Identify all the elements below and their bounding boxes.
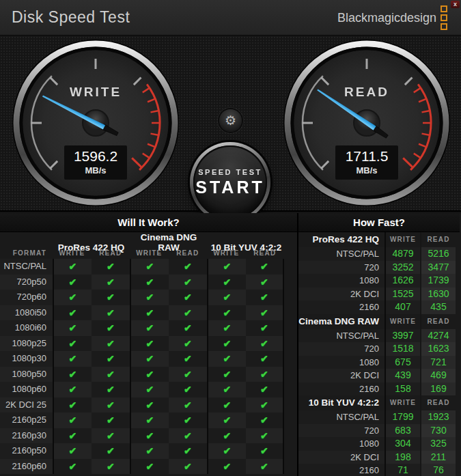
check-cell: ✔ bbox=[169, 336, 208, 352]
write-read-header: WRITE bbox=[130, 249, 169, 257]
check-icon: ✔ bbox=[184, 261, 192, 272]
check-icon: ✔ bbox=[145, 445, 154, 456]
format-label: 1080p60 bbox=[0, 382, 53, 397]
table-row: 21607176 bbox=[298, 464, 456, 476]
check-icon: ✔ bbox=[68, 322, 76, 333]
write-speed-value: 1525 bbox=[385, 288, 420, 301]
check-cell: ✔ bbox=[53, 412, 92, 428]
write-speed-value: 3997 bbox=[385, 329, 420, 343]
section-header-row: Cinema DNG RAWWRITEREAD bbox=[298, 314, 456, 329]
format-label: 720 bbox=[298, 424, 385, 438]
table-row: 2K DCI15251630 bbox=[298, 288, 456, 301]
check-cell: ✔ bbox=[246, 275, 285, 290]
format-label: NTSC/PAL bbox=[298, 410, 385, 424]
check-icon: ✔ bbox=[260, 261, 268, 272]
write-speed-value: 3252 bbox=[385, 261, 420, 275]
check-cell: ✔ bbox=[246, 412, 285, 428]
write-speed-value: 439 bbox=[385, 369, 420, 382]
format-label: 2160 bbox=[298, 464, 385, 476]
check-cell: ✔ bbox=[53, 382, 92, 397]
write-speed-value: 4879 bbox=[385, 247, 420, 261]
write-column-header: WRITE bbox=[385, 314, 420, 329]
check-icon: ✔ bbox=[68, 461, 76, 472]
how-fast-panel: How Fast? ProRes 422 HQWRITEREADNTSC/PAL… bbox=[298, 213, 460, 476]
check-cell: ✔ bbox=[92, 367, 130, 382]
check-cell: ✔ bbox=[53, 290, 92, 305]
check-cell: ✔ bbox=[92, 443, 130, 459]
check-icon: ✔ bbox=[107, 277, 115, 288]
check-cell: ✔ bbox=[207, 412, 246, 428]
check-icon: ✔ bbox=[184, 292, 192, 303]
check-cell: ✔ bbox=[53, 443, 92, 459]
gauge-area: WRITE 1596.2 MB/s ⚙ SPEED TEST START bbox=[0, 36, 461, 212]
titlebar: Disk Speed Test Blackmagicdesign x bbox=[0, 0, 461, 36]
check-icon: ✔ bbox=[68, 384, 76, 395]
check-cell: ✔ bbox=[53, 275, 92, 290]
check-cell: ✔ bbox=[92, 428, 130, 444]
check-cell: ✔ bbox=[92, 305, 130, 321]
read-column-header: READ bbox=[420, 314, 456, 329]
check-icon: ✔ bbox=[260, 369, 268, 380]
check-icon: ✔ bbox=[223, 445, 231, 456]
check-icon: ✔ bbox=[223, 415, 231, 425]
check-cell: ✔ bbox=[246, 459, 285, 475]
format-label: 1080 bbox=[298, 274, 385, 288]
check-icon: ✔ bbox=[145, 369, 154, 380]
format-label: 2160p25 bbox=[0, 412, 53, 428]
check-icon: ✔ bbox=[223, 277, 231, 288]
check-icon: ✔ bbox=[184, 430, 192, 441]
check-icon: ✔ bbox=[260, 307, 268, 318]
check-icon: ✔ bbox=[145, 461, 154, 472]
close-button[interactable]: x bbox=[451, 1, 460, 8]
check-cell: ✔ bbox=[53, 367, 92, 382]
check-cell: ✔ bbox=[130, 443, 169, 459]
check-icon: ✔ bbox=[68, 369, 76, 380]
format-label: 720 bbox=[298, 261, 385, 275]
check-cell: ✔ bbox=[207, 443, 246, 459]
format-label: NTSC/PAL bbox=[0, 259, 53, 275]
write-value: 1596.2 bbox=[64, 148, 127, 165]
check-cell: ✔ bbox=[169, 382, 208, 397]
write-read-header: WRITE bbox=[53, 249, 92, 257]
check-icon: ✔ bbox=[260, 322, 268, 333]
table-row: 2160p25✔✔✔✔✔✔ bbox=[0, 412, 297, 428]
table-row: 1080p25✔✔✔✔✔✔ bbox=[0, 336, 297, 352]
table-row: NTSC/PAL✔✔✔✔✔✔ bbox=[0, 259, 297, 275]
settings-button[interactable]: ⚙ bbox=[219, 109, 242, 132]
check-icon: ✔ bbox=[107, 307, 115, 318]
start-button-subtitle: SPEED TEST bbox=[198, 168, 262, 176]
read-speed-value: 211 bbox=[420, 451, 456, 464]
check-icon: ✔ bbox=[68, 400, 76, 410]
table-row: 2160p30✔✔✔✔✔✔ bbox=[0, 428, 297, 444]
check-cell: ✔ bbox=[246, 320, 285, 336]
check-icon: ✔ bbox=[145, 322, 154, 333]
table-row: 108016261739 bbox=[298, 274, 456, 288]
codec-group-headers: ProRes 422 HQCinema DNG RAW10 Bit YUV 4:… bbox=[0, 232, 297, 247]
check-icon: ✔ bbox=[107, 353, 115, 364]
check-cell: ✔ bbox=[130, 320, 169, 336]
check-icon: ✔ bbox=[68, 277, 76, 288]
table-row: 72032523477 bbox=[298, 261, 456, 275]
read-value: 1711.5 bbox=[335, 148, 398, 165]
read-speed-value: 721 bbox=[420, 356, 456, 369]
logo-squares-icon bbox=[441, 5, 447, 30]
check-icon: ✔ bbox=[260, 445, 268, 456]
table-row: 2K DCI 25✔✔✔✔✔✔ bbox=[0, 397, 297, 413]
write-column-header: WRITE bbox=[385, 395, 420, 410]
logo-square-icon bbox=[441, 5, 447, 12]
start-button[interactable]: SPEED TEST START bbox=[190, 142, 270, 223]
check-cell: ✔ bbox=[130, 367, 169, 382]
check-cell: ✔ bbox=[207, 459, 246, 475]
check-icon: ✔ bbox=[223, 430, 231, 441]
write-speed-value: 675 bbox=[385, 356, 420, 369]
check-icon: ✔ bbox=[260, 400, 268, 410]
read-column-header: READ bbox=[420, 395, 456, 410]
check-icon: ✔ bbox=[145, 277, 154, 288]
check-cell: ✔ bbox=[130, 382, 169, 397]
check-cell: ✔ bbox=[169, 275, 208, 290]
table-row: NTSC/PAL48795216 bbox=[298, 247, 456, 261]
check-icon: ✔ bbox=[184, 369, 192, 380]
format-label: 2K DCI bbox=[298, 288, 385, 301]
check-icon: ✔ bbox=[184, 322, 192, 333]
check-icon: ✔ bbox=[107, 338, 115, 349]
